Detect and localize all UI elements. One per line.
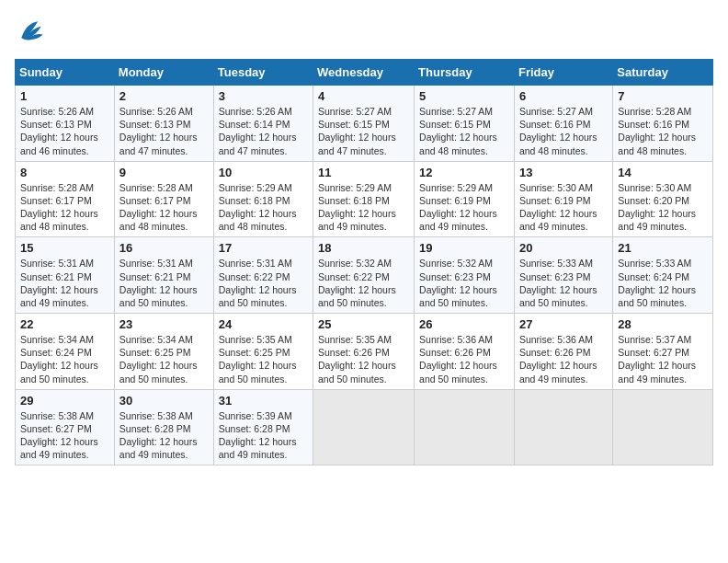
day-number: 18 <box>318 241 409 255</box>
calendar-week-row: 22Sunrise: 5:34 AMSunset: 6:24 PMDayligh… <box>16 314 713 390</box>
calendar-header-row: SundayMondayTuesdayWednesdayThursdayFrid… <box>16 60 713 86</box>
page-header <box>15 15 713 48</box>
day-number: 12 <box>419 166 509 179</box>
day-detail: Sunrise: 5:34 AMSunset: 6:25 PMDaylight:… <box>119 333 209 385</box>
day-cell: 19Sunrise: 5:32 AMSunset: 6:23 PMDayligh… <box>415 237 515 314</box>
day-detail: Sunrise: 5:33 AMSunset: 6:24 PMDaylight:… <box>618 257 708 309</box>
day-number: 28 <box>618 317 708 331</box>
logo-bird-icon <box>15 15 48 48</box>
day-number: 29 <box>20 394 109 408</box>
day-number: 11 <box>318 166 409 179</box>
day-cell: 21Sunrise: 5:33 AMSunset: 6:24 PMDayligh… <box>613 237 713 314</box>
day-cell: 20Sunrise: 5:33 AMSunset: 6:23 PMDayligh… <box>514 237 612 314</box>
weekday-header-saturday: Saturday <box>613 60 713 86</box>
day-cell: 23Sunrise: 5:34 AMSunset: 6:25 PMDayligh… <box>114 314 213 390</box>
day-detail: Sunrise: 5:30 AMSunset: 6:20 PMDaylight:… <box>618 181 708 234</box>
day-number: 9 <box>119 166 209 179</box>
day-cell: 26Sunrise: 5:36 AMSunset: 6:26 PMDayligh… <box>415 314 515 390</box>
day-detail: Sunrise: 5:28 AMSunset: 6:17 PMDaylight:… <box>20 181 109 234</box>
day-number: 23 <box>119 317 209 331</box>
day-detail: Sunrise: 5:34 AMSunset: 6:24 PMDaylight:… <box>20 333 109 385</box>
day-cell: 14Sunrise: 5:30 AMSunset: 6:20 PMDayligh… <box>613 161 713 237</box>
day-number: 14 <box>618 166 708 179</box>
empty-day-cell <box>613 389 713 465</box>
day-number: 25 <box>318 317 409 331</box>
day-detail: Sunrise: 5:29 AMSunset: 6:19 PMDaylight:… <box>419 181 509 234</box>
day-number: 3 <box>219 89 308 103</box>
day-cell: 30Sunrise: 5:38 AMSunset: 6:28 PMDayligh… <box>114 389 213 465</box>
day-cell: 15Sunrise: 5:31 AMSunset: 6:21 PMDayligh… <box>16 237 115 314</box>
day-cell: 10Sunrise: 5:29 AMSunset: 6:18 PMDayligh… <box>213 161 313 237</box>
day-detail: Sunrise: 5:32 AMSunset: 6:23 PMDaylight:… <box>419 257 509 309</box>
calendar-week-row: 15Sunrise: 5:31 AMSunset: 6:21 PMDayligh… <box>16 237 713 314</box>
day-detail: Sunrise: 5:30 AMSunset: 6:19 PMDaylight:… <box>519 181 608 234</box>
day-number: 19 <box>419 241 509 255</box>
logo <box>15 15 51 48</box>
empty-day-cell <box>313 389 415 465</box>
calendar-week-row: 29Sunrise: 5:38 AMSunset: 6:27 PMDayligh… <box>16 389 713 465</box>
weekday-header-wednesday: Wednesday <box>313 60 415 86</box>
day-cell: 29Sunrise: 5:38 AMSunset: 6:27 PMDayligh… <box>16 389 115 465</box>
day-detail: Sunrise: 5:26 AMSunset: 6:13 PMDaylight:… <box>20 105 109 157</box>
day-detail: Sunrise: 5:27 AMSunset: 6:15 PMDaylight:… <box>318 105 409 157</box>
day-detail: Sunrise: 5:33 AMSunset: 6:23 PMDaylight:… <box>519 257 608 309</box>
day-cell: 31Sunrise: 5:39 AMSunset: 6:28 PMDayligh… <box>213 389 313 465</box>
empty-day-cell <box>514 389 612 465</box>
day-cell: 13Sunrise: 5:30 AMSunset: 6:19 PMDayligh… <box>514 161 612 237</box>
day-detail: Sunrise: 5:38 AMSunset: 6:28 PMDaylight:… <box>119 409 209 462</box>
day-cell: 11Sunrise: 5:29 AMSunset: 6:18 PMDayligh… <box>313 161 415 237</box>
day-detail: Sunrise: 5:28 AMSunset: 6:17 PMDaylight:… <box>119 181 209 234</box>
day-number: 21 <box>618 241 708 255</box>
day-detail: Sunrise: 5:31 AMSunset: 6:21 PMDaylight:… <box>20 257 109 309</box>
day-detail: Sunrise: 5:29 AMSunset: 6:18 PMDaylight:… <box>318 181 409 234</box>
day-number: 2 <box>119 89 209 103</box>
day-cell: 16Sunrise: 5:31 AMSunset: 6:21 PMDayligh… <box>114 237 213 314</box>
day-detail: Sunrise: 5:37 AMSunset: 6:27 PMDaylight:… <box>618 333 708 385</box>
day-detail: Sunrise: 5:35 AMSunset: 6:25 PMDaylight:… <box>219 333 308 385</box>
day-cell: 5Sunrise: 5:27 AMSunset: 6:15 PMDaylight… <box>415 86 515 162</box>
day-detail: Sunrise: 5:26 AMSunset: 6:14 PMDaylight:… <box>219 105 308 157</box>
day-number: 27 <box>519 317 608 331</box>
day-detail: Sunrise: 5:31 AMSunset: 6:21 PMDaylight:… <box>119 257 209 309</box>
day-detail: Sunrise: 5:29 AMSunset: 6:18 PMDaylight:… <box>219 181 308 234</box>
day-detail: Sunrise: 5:39 AMSunset: 6:28 PMDaylight:… <box>219 409 308 462</box>
day-cell: 6Sunrise: 5:27 AMSunset: 6:16 PMDaylight… <box>514 86 612 162</box>
calendar-week-row: 8Sunrise: 5:28 AMSunset: 6:17 PMDaylight… <box>16 161 713 237</box>
day-number: 20 <box>519 241 608 255</box>
day-number: 24 <box>219 317 308 331</box>
day-number: 4 <box>318 89 409 103</box>
day-cell: 12Sunrise: 5:29 AMSunset: 6:19 PMDayligh… <box>415 161 515 237</box>
day-number: 15 <box>20 241 109 255</box>
day-detail: Sunrise: 5:26 AMSunset: 6:13 PMDaylight:… <box>119 105 209 157</box>
weekday-header-tuesday: Tuesday <box>213 60 313 86</box>
day-cell: 1Sunrise: 5:26 AMSunset: 6:13 PMDaylight… <box>16 86 115 162</box>
calendar-table: SundayMondayTuesdayWednesdayThursdayFrid… <box>15 59 713 465</box>
day-cell: 22Sunrise: 5:34 AMSunset: 6:24 PMDayligh… <box>16 314 115 390</box>
day-detail: Sunrise: 5:35 AMSunset: 6:26 PMDaylight:… <box>318 333 409 385</box>
day-cell: 4Sunrise: 5:27 AMSunset: 6:15 PMDaylight… <box>313 86 415 162</box>
day-cell: 9Sunrise: 5:28 AMSunset: 6:17 PMDaylight… <box>114 161 213 237</box>
day-number: 22 <box>20 317 109 331</box>
day-number: 13 <box>519 166 608 179</box>
day-number: 6 <box>519 89 608 103</box>
day-detail: Sunrise: 5:32 AMSunset: 6:22 PMDaylight:… <box>318 257 409 309</box>
day-cell: 2Sunrise: 5:26 AMSunset: 6:13 PMDaylight… <box>114 86 213 162</box>
day-detail: Sunrise: 5:38 AMSunset: 6:27 PMDaylight:… <box>20 409 109 462</box>
day-detail: Sunrise: 5:36 AMSunset: 6:26 PMDaylight:… <box>519 333 608 385</box>
day-cell: 7Sunrise: 5:28 AMSunset: 6:16 PMDaylight… <box>613 86 713 162</box>
day-number: 17 <box>219 241 308 255</box>
day-number: 16 <box>119 241 209 255</box>
weekday-header-friday: Friday <box>514 60 612 86</box>
weekday-header-thursday: Thursday <box>415 60 515 86</box>
day-detail: Sunrise: 5:27 AMSunset: 6:16 PMDaylight:… <box>519 105 608 157</box>
day-cell: 18Sunrise: 5:32 AMSunset: 6:22 PMDayligh… <box>313 237 415 314</box>
day-cell: 17Sunrise: 5:31 AMSunset: 6:22 PMDayligh… <box>213 237 313 314</box>
day-cell: 8Sunrise: 5:28 AMSunset: 6:17 PMDaylight… <box>16 161 115 237</box>
day-number: 7 <box>618 89 708 103</box>
day-detail: Sunrise: 5:28 AMSunset: 6:16 PMDaylight:… <box>618 105 708 157</box>
day-cell: 27Sunrise: 5:36 AMSunset: 6:26 PMDayligh… <box>514 314 612 390</box>
weekday-header-sunday: Sunday <box>16 60 115 86</box>
day-number: 5 <box>419 89 509 103</box>
day-cell: 24Sunrise: 5:35 AMSunset: 6:25 PMDayligh… <box>213 314 313 390</box>
day-detail: Sunrise: 5:36 AMSunset: 6:26 PMDaylight:… <box>419 333 509 385</box>
